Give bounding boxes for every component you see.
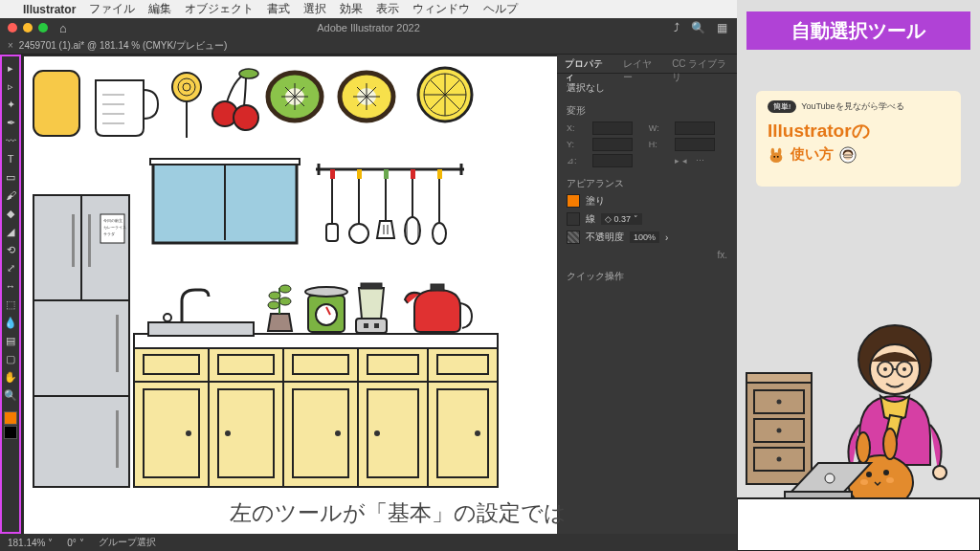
pen-tool[interactable]: ✒	[3, 115, 18, 130]
svg-point-110	[844, 151, 853, 160]
artboard-tool[interactable]: ▢	[3, 351, 18, 366]
selection-tool[interactable]: ▸	[3, 60, 18, 76]
stroke-color-swatch[interactable]	[567, 212, 580, 226]
quick-actions-label: クイック操作	[567, 270, 727, 283]
close-tab-icon[interactable]: ×	[8, 40, 13, 51]
svg-point-10	[234, 105, 258, 130]
menu-file[interactable]: ファイル	[89, 1, 135, 17]
shaper-tool[interactable]: ◆	[3, 206, 18, 221]
svg-rect-82	[431, 284, 444, 291]
svg-rect-80	[364, 323, 368, 328]
tab-layers[interactable]: レイヤー	[615, 55, 665, 73]
type-tool[interactable]: T	[3, 151, 18, 166]
menu-type[interactable]: 書式	[267, 1, 290, 17]
svg-text:今日の献立: 今日の献立	[103, 218, 122, 223]
promo-top-text: YouTubeを見ながら学べる	[801, 100, 903, 113]
fx-label[interactable]: fx.	[567, 250, 727, 260]
free-transform-tool[interactable]: ⬚	[3, 297, 18, 312]
svg-point-128	[933, 466, 947, 479]
tab-properties[interactable]: プロパティ	[557, 55, 615, 73]
avatar-icon	[839, 146, 857, 164]
opacity-value[interactable]: 100%	[630, 231, 659, 243]
menu-help[interactable]: ヘルプ	[483, 1, 518, 17]
w-label: W:	[649, 123, 672, 133]
video-sidebar: 自動選択ツール 簡単! YouTubeを見ながら学べる Illustratorの…	[737, 0, 980, 551]
minimize-button[interactable]	[23, 23, 33, 33]
flip-icons[interactable]: ▸◂ ⋯	[675, 156, 727, 165]
menu-app[interactable]: Illustrator	[23, 3, 76, 16]
svg-point-125	[883, 367, 887, 371]
hand-tool[interactable]: ✋	[3, 369, 18, 385]
document-tab[interactable]: × 2459701 (1).ai* @ 181.14 % (CMYK/プレビュー…	[0, 37, 737, 55]
transform-section-label: 変形	[567, 104, 727, 118]
rotation[interactable]: 0° ˅	[67, 538, 83, 548]
scale-tool[interactable]: ⤢	[3, 260, 18, 276]
svg-point-106	[778, 147, 782, 154]
tab-cc-libraries[interactable]: CC ライブラリ	[664, 55, 737, 73]
w-input[interactable]	[675, 121, 715, 135]
svg-point-107	[773, 155, 775, 157]
share-icon[interactable]: ⤴	[674, 21, 679, 34]
svg-point-133	[883, 470, 889, 475]
statusbar: 181.14% ˅ 0° ˅ グループ選択	[0, 534, 737, 551]
window-title: Adobe Illustrator 2022	[317, 22, 420, 33]
stroke-swatch[interactable]	[4, 426, 17, 439]
x-input[interactable]	[592, 121, 633, 135]
menu-select[interactable]: 選択	[303, 1, 326, 17]
menu-object[interactable]: オブジェクト	[185, 1, 254, 17]
opacity-caret[interactable]: ›	[665, 232, 668, 243]
curvature-tool[interactable]: 〰	[3, 133, 18, 148]
svg-point-105	[771, 147, 775, 154]
y-input[interactable]	[592, 138, 633, 151]
menu-effect[interactable]: 効果	[340, 1, 363, 17]
promo-main-text: Illustratorの	[768, 119, 949, 143]
eyedropper-tool[interactable]: 💧	[3, 315, 18, 330]
gradient-tool[interactable]: ▤	[3, 333, 18, 348]
svg-rect-36	[330, 169, 335, 179]
direct-selection-tool[interactable]: ▹	[3, 78, 18, 94]
search-icon[interactable]: 🔍	[691, 21, 705, 34]
svg-rect-59	[88, 214, 91, 267]
toolbar: ▸ ▹ ✦ ✒ 〰 T ▭ 🖌 ◆ ◢ ⟲ ⤢ ↔ ⬚ 💧 ▤ ▢ ✋ 🔍	[0, 55, 21, 534]
paintbrush-tool[interactable]: 🖌	[3, 187, 18, 203]
svg-rect-42	[326, 224, 338, 241]
opacity-swatch[interactable]	[567, 231, 580, 244]
fill-color-swatch[interactable]	[567, 194, 580, 208]
svg-point-71	[279, 285, 291, 293]
stroke-weight[interactable]: ◇ 0.37 ˅	[601, 213, 642, 225]
close-button[interactable]	[8, 23, 17, 33]
svg-rect-81	[374, 323, 379, 328]
svg-rect-79	[356, 319, 387, 333]
canvas[interactable]: 今日の献立 カレーライス サラダ	[21, 55, 557, 534]
svg-point-135	[886, 477, 894, 483]
svg-point-115	[777, 400, 782, 405]
menu-view[interactable]: 表示	[376, 1, 399, 17]
properties-panel: プロパティ レイヤー CC ライブラリ 選択なし 変形 X: W: Y: H: …	[557, 55, 737, 534]
zoom-level[interactable]: 181.14% ˅	[8, 538, 53, 548]
menubar: Illustrator ファイル 編集 オブジェクト 書式 選択 効果 表示 ウ…	[0, 0, 737, 18]
fill-swatch[interactable]	[4, 411, 17, 425]
eraser-tool[interactable]: ◢	[3, 224, 18, 239]
svg-point-119	[777, 457, 782, 462]
maximize-button[interactable]	[38, 23, 48, 33]
svg-rect-60	[116, 315, 119, 372]
svg-point-72	[268, 301, 279, 309]
promo-pill: 簡単!	[768, 100, 796, 113]
magic-wand-tool[interactable]: ✦	[3, 97, 18, 112]
angle-input[interactable]	[592, 154, 633, 167]
menu-window[interactable]: ウィンドウ	[412, 1, 470, 17]
h-input[interactable]	[675, 138, 715, 151]
rectangle-tool[interactable]: ▭	[3, 169, 18, 185]
svg-rect-0	[33, 71, 79, 136]
svg-rect-58	[72, 214, 75, 267]
titlebar: ⌂ Adobe Illustrator 2022 ⤴ 🔍 ▦	[0, 18, 737, 37]
home-icon[interactable]: ⌂	[59, 21, 67, 35]
width-tool[interactable]: ↔	[3, 278, 18, 294]
menu-edit[interactable]: 編集	[148, 1, 171, 17]
h-label: H:	[649, 140, 672, 149]
artboard: 今日の献立 カレーライス サラダ	[24, 56, 557, 534]
rotate-tool[interactable]: ⟲	[3, 242, 18, 257]
workspace-icon[interactable]: ▦	[717, 21, 727, 34]
svg-point-100	[225, 430, 231, 436]
zoom-tool[interactable]: 🔍	[3, 387, 18, 403]
